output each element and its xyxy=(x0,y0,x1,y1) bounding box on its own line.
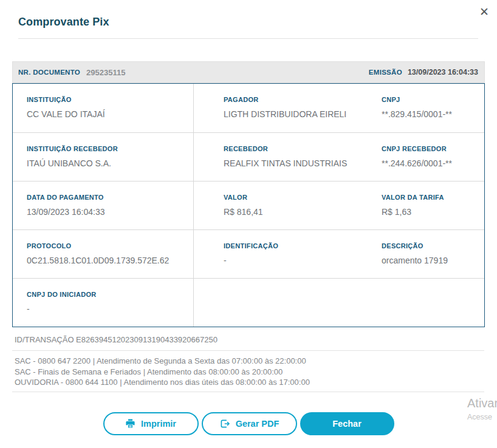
fechar-button[interactable]: Fechar xyxy=(300,412,394,435)
field-value: R$ 1,63 xyxy=(382,207,484,217)
field-label: CNPJ xyxy=(382,96,484,103)
emissao-value: 13/09/2023 16:04:33 xyxy=(408,68,478,76)
close-button[interactable]: ✕ xyxy=(479,6,489,18)
field-descricao: DESCRIÇÃO orcamento 17919 xyxy=(382,230,484,278)
field-label: VALOR DA TARIFA xyxy=(382,194,484,201)
support-info: SAC - 0800 647 2200 | Atendimento de Seg… xyxy=(15,356,497,388)
field-value: ITAÚ UNIBANCO S.A. xyxy=(27,158,193,168)
action-buttons: Imprimir Gerar PDF Fechar xyxy=(0,412,497,435)
field-identificacao: IDENTIFICAÇÃO - xyxy=(194,230,382,278)
field-value: 0C21.5818.1C01.0D09.1739.572E.62 xyxy=(27,256,193,265)
fechar-label: Fechar xyxy=(332,419,362,429)
imprimir-label: Imprimir xyxy=(141,419,176,429)
field-value: orcamento 17919 xyxy=(382,256,484,265)
field-value: CC VALE DO ITAJAÍ xyxy=(27,109,193,119)
field-value: R$ 816,41 xyxy=(224,207,382,217)
table-row: DATA DO PAGAMENTO 13/09/2023 16:04:33 VA… xyxy=(13,181,484,229)
field-label: DATA DO PAGAMENTO xyxy=(27,194,193,201)
modal-header: Comprovante Pix ✕ xyxy=(0,0,497,29)
watermark-line1: Ativar xyxy=(467,396,497,410)
field-valor: VALOR R$ 816,41 xyxy=(194,182,382,229)
field-value: 13/09/2023 16:04:33 xyxy=(27,207,193,217)
field-label: RECEBEDOR xyxy=(224,145,382,152)
field-instituicao-recebedor: INSTITUIÇÃO RECEBEDOR ITAÚ UNIBANCO S.A. xyxy=(13,133,194,181)
field-instituicao: INSTITUIÇÃO CC VALE DO ITAJAÍ xyxy=(13,84,194,132)
field-value: LIGTH DISTRIBUIDORA EIRELI xyxy=(224,109,382,119)
empty-cell xyxy=(194,279,382,327)
field-protocolo: PROTOCOLO 0C21.5818.1C01.0D09.1739.572E.… xyxy=(13,230,194,278)
imprimir-button[interactable]: Imprimir xyxy=(103,412,199,435)
field-label: VALOR xyxy=(224,194,382,201)
field-value: **.829.415/0001-** xyxy=(382,109,484,119)
title-divider xyxy=(18,38,478,39)
close-icon: ✕ xyxy=(479,5,489,18)
transaction-divider xyxy=(12,350,484,351)
field-pagador: PAGADOR LIGTH DISTRIBUIDORA EIRELI xyxy=(194,84,382,132)
field-value: REALFIX TINTAS INDUSTRIAIS xyxy=(224,158,382,168)
field-data-pagamento: DATA DO PAGAMENTO 13/09/2023 16:04:33 xyxy=(13,182,194,229)
field-cnpj-recebedor: CNPJ RECEBEDOR **.244.626/0001-** xyxy=(382,133,484,181)
field-valor-tarifa: VALOR DA TARIFA R$ 1,63 xyxy=(382,182,484,229)
field-value: **.244.626/0001-** xyxy=(382,158,484,168)
gerar-pdf-label: Gerar PDF xyxy=(236,419,279,429)
field-value: - xyxy=(27,304,193,314)
field-label: CNPJ DO INICIADOR xyxy=(27,291,193,298)
field-cnpj: CNPJ **.829.415/0001-** xyxy=(382,84,484,132)
nr-documento-value: 295235115 xyxy=(86,68,125,77)
field-label: PAGADOR xyxy=(224,96,382,103)
field-label: INSTITUIÇÃO xyxy=(27,96,193,103)
support-divider xyxy=(12,392,484,392)
field-label: IDENTIFICAÇÃO xyxy=(224,242,382,249)
export-pdf-icon xyxy=(219,418,230,429)
table-row: INSTITUIÇÃO RECEBEDOR ITAÚ UNIBANCO S.A.… xyxy=(13,132,484,181)
field-label: DESCRIÇÃO xyxy=(382,242,484,249)
gerar-pdf-button[interactable]: Gerar PDF xyxy=(202,412,297,435)
empty-cell xyxy=(382,279,484,327)
field-cnpj-iniciador: CNPJ DO INICIADOR - xyxy=(13,279,194,327)
field-label: INSTITUIÇÃO RECEBEDOR xyxy=(27,145,193,152)
sac-line: OUVIDORIA - 0800 644 1100 | Atendimento … xyxy=(15,377,497,388)
emissao-label: EMISSÃO xyxy=(369,69,402,76)
table-row: PROTOCOLO 0C21.5818.1C01.0D09.1739.572E.… xyxy=(13,229,484,278)
page-title: Comprovante Pix xyxy=(18,16,479,29)
table-row: CNPJ DO INICIADOR - xyxy=(13,278,484,327)
field-recebedor: RECEBEDOR REALFIX TINTAS INDUSTRIAIS xyxy=(194,133,382,181)
sac-line: SAC - 0800 647 2200 | Atendimento de Seg… xyxy=(15,356,497,367)
nr-documento-label: NR. DOCUMENTO xyxy=(18,69,80,76)
field-value: - xyxy=(224,256,382,265)
document-header-bar: NR. DOCUMENTO 295235115 EMISSÃO 13/09/20… xyxy=(12,61,485,83)
field-label: CNPJ RECEBEDOR xyxy=(382,145,484,152)
printer-icon xyxy=(125,418,135,429)
transaction-id: ID/TRANSAÇÃO E82639451202309131904339206… xyxy=(15,335,497,345)
receipt-table: INSTITUIÇÃO CC VALE DO ITAJAÍ PAGADOR LI… xyxy=(12,83,485,327)
table-row: INSTITUIÇÃO CC VALE DO ITAJAÍ PAGADOR LI… xyxy=(13,84,484,132)
field-label: PROTOCOLO xyxy=(27,242,193,249)
sac-line: SAC - Finais de Semana e Feriados | Aten… xyxy=(15,367,497,378)
